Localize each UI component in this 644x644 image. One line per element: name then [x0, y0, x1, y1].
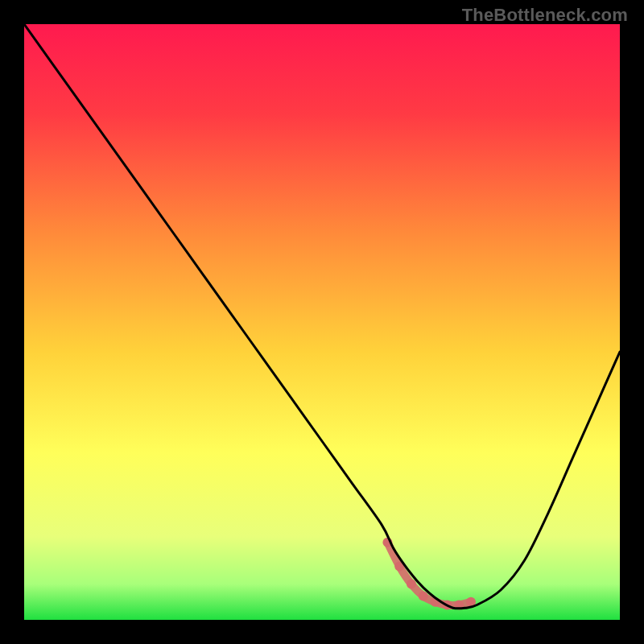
bottleneck-curve	[24, 24, 620, 620]
watermark-text: TheBottleneck.com	[462, 5, 628, 26]
